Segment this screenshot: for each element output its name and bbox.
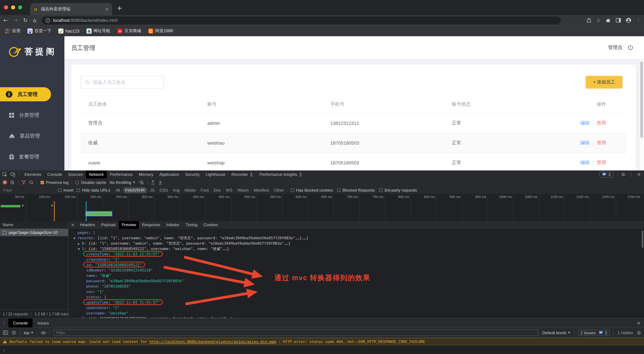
filter-pill-font[interactable]: Font [198,187,211,193]
detail-tab-preview[interactable]: Preview [118,221,139,229]
devtools-tab-console[interactable]: Console [44,170,65,179]
forward-button[interactable]: → [13,18,18,23]
reload-button[interactable]: ↻ [23,18,28,23]
detail-tab-initiator[interactable]: Initiator [163,221,182,229]
tab-close-icon[interactable]: ✕ [105,7,109,12]
throttling-dropdown[interactable]: No throttling ▼ [110,180,135,185]
disable-link[interactable]: 禁用 [597,120,606,126]
search-input[interactable] [92,79,159,85]
console-issues-button[interactable]: 2 Issues: 2 [578,330,610,336]
filter-checkbox-3rd-party-requests[interactable]: 3rd-party requests [379,188,417,192]
filter-pill-img[interactable]: Img [170,187,182,193]
filter-funnel-icon[interactable] [22,180,26,185]
site-info-icon[interactable] [46,18,50,23]
filter-pill-manifest[interactable]: Manifest [252,187,271,193]
devtools-tab-elements[interactable]: Elements [22,170,44,179]
browser-tab[interactable]: 瑞吉外卖管理端 ✕ [30,3,112,15]
share-icon[interactable] [586,18,591,23]
preserve-log-checkbox[interactable]: Preserve log [40,180,68,185]
context-selector[interactable]: top ▼ [24,330,33,335]
filter-pill-wasm[interactable]: Wasm [235,187,251,193]
filter-pill-all[interactable]: All [113,187,122,193]
devtools-tab-security[interactable]: Security [182,170,203,179]
bookmark-jd[interactable]: JD京东商城 [117,28,141,34]
detail-tab-response[interactable]: Response [139,221,163,229]
filter-checkbox-has-blocked-cookies[interactable]: Has blocked cookies [291,188,333,192]
expand-arrow-icon[interactable]: ▶ [78,241,82,247]
extensions-puzzle-icon[interactable] [606,18,611,23]
edit-link[interactable]: 编辑 [580,160,590,166]
close-detail-icon[interactable]: ✕ [69,222,77,227]
devtools-tab-memory[interactable]: Memory [136,170,156,179]
network-filter-input[interactable] [3,187,55,193]
expand-arrow-icon[interactable]: ▼ [74,236,78,241]
hide-data-urls-checkbox[interactable]: Hide data URLs [76,188,110,192]
logout-power-icon[interactable] [628,45,633,50]
profile-avatar[interactable] [626,18,631,23]
devtools-tab-lighthouse[interactable]: Lighthouse [202,170,228,179]
devtools-tab-sources[interactable]: Sources [65,170,86,179]
record-button[interactable] [3,181,7,184]
window-minimize-button[interactable] [11,5,15,10]
devtools-close-icon[interactable]: ✕ [637,172,641,177]
edit-link[interactable]: 编辑 [580,120,590,126]
filter-pill-css[interactable]: CSS [157,187,170,193]
bookmark-baidu[interactable]: 百度一下 [28,28,51,34]
clear-network-icon[interactable] [10,180,14,185]
scrollbar-thumb[interactable] [640,61,643,138]
bookmark-hao123[interactable]: hao123 [58,29,79,34]
devtools-tab-performance[interactable]: Performance [107,170,136,179]
filter-pill-fetch-xhr[interactable]: Fetch/XHR [123,187,147,193]
bookmark-star-icon[interactable]: ☆ [596,17,601,23]
device-toolbar-icon[interactable] [10,172,16,177]
live-expression-eye-icon[interactable] [41,331,46,335]
current-user[interactable]: 管理员 [608,45,622,51]
window-zoom-button[interactable] [18,5,22,10]
filter-pill-media[interactable]: Media [182,187,198,193]
detail-tab-payload[interactable]: Payload [98,221,119,229]
bookmark-apps-grid[interactable]: 应用 [5,28,20,34]
disable-link[interactable]: 禁用 [597,160,606,166]
disable-link[interactable]: 禁用 [597,140,606,146]
console-settings-gear-icon[interactable]: ⚙ [637,330,641,335]
network-conditions-icon[interactable] [138,180,144,185]
bookmark-site-nav[interactable]: 网址导航 [86,28,110,34]
clear-console-icon[interactable] [12,330,16,335]
log-levels-dropdown[interactable]: Default levels ▼ [542,330,570,335]
console-filter-input[interactable] [54,329,538,336]
add-employee-button[interactable]: + 添加员工 [586,76,622,89]
import-har-icon[interactable] [151,180,155,185]
bookmark-alibaba[interactable]: 阿里1688 [148,28,173,34]
sidebar-item-套餐管理[interactable]: 套餐管理 [0,150,64,164]
devtools-tab-recorder[interactable]: Recorder [228,170,256,179]
warning-source-map-link[interactable]: http://localhost:8080/backend/plugins/ax… [150,339,276,344]
side-panel-icon[interactable] [616,18,621,23]
expand-arrow-icon[interactable]: ▼ [78,247,82,252]
drawer-tab-console[interactable]: Console [8,318,32,327]
drawer-menu-icon[interactable]: ⋮ [2,320,6,325]
disable-cache-checkbox[interactable]: Disable cache [76,180,106,185]
filter-pill-doc[interactable]: Doc [211,187,223,193]
detail-tab-timing[interactable]: Timing [182,221,200,229]
address-bar[interactable]: localhost :8080/backend/index.html [42,16,561,24]
devtools-tab-network[interactable]: Network [86,170,107,179]
detail-tab-cookies[interactable]: Cookies [200,221,221,229]
sidebar-item-分类管理[interactable]: 分类管理 [0,108,64,122]
devtools-tab-performance-insights[interactable]: Performance insights [256,170,306,179]
network-search-icon[interactable] [29,180,34,185]
console-prompt[interactable]: › [0,345,644,354]
inspect-element-icon[interactable] [2,172,8,177]
console-sidebar-icon[interactable] [3,330,8,335]
issues-counter[interactable]: 2 [600,171,613,178]
back-button[interactable]: ← [3,18,8,23]
expand-arrow-icon[interactable]: ▶ [78,316,82,318]
export-har-icon[interactable] [158,180,162,185]
filter-pill-js[interactable]: JS [148,187,157,193]
sidebar-item-员工管理[interactable]: 员工管理 [0,87,51,101]
edit-link[interactable]: 编辑 [580,140,590,146]
drawer-close-icon[interactable]: ✕ [637,320,644,326]
detail-tab-headers[interactable]: Headers [77,221,98,229]
home-button[interactable]: ⌂ [33,18,36,23]
page-scrollbar[interactable] [639,59,644,170]
sidebar-item-菜品管理[interactable]: 菜品管理 [0,129,64,143]
